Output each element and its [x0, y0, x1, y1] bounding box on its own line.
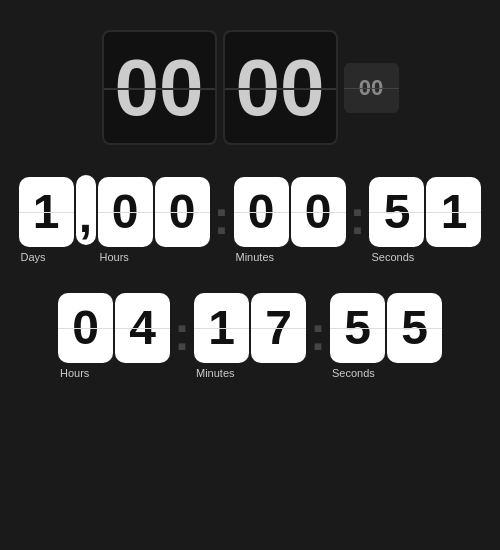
- s3-seconds-digit-1-card: 5: [330, 293, 385, 363]
- colon-1: :: [212, 190, 232, 245]
- hours-label-2: Hours: [58, 367, 89, 379]
- minutes-digit-2: 0: [305, 188, 332, 236]
- seconds-label-2: Seconds: [330, 367, 375, 379]
- seconds-digit-2: 1: [441, 188, 468, 236]
- flip-minutes-digit: 00: [236, 48, 325, 128]
- flip-clock-section: 00 00 00: [102, 30, 399, 145]
- minutes-label-2: Minutes: [194, 367, 235, 379]
- comma-separator: ,: [76, 175, 96, 245]
- flip-hours-digit: 00: [115, 48, 204, 128]
- seconds-wrapper-2: 5 5 Seconds: [330, 293, 442, 379]
- hours-digit-2-card: 0: [155, 177, 210, 247]
- days-label: Days: [19, 251, 46, 263]
- s3-minutes-digit-2-card: 7: [251, 293, 306, 363]
- s3-hours-digit-2-card: 4: [115, 293, 170, 363]
- hours-wrapper-2: 0 4 Hours: [58, 293, 170, 379]
- seconds-wrapper-1: 5 1 Seconds: [369, 177, 481, 263]
- seconds-label-1: Seconds: [369, 251, 414, 263]
- flip-seconds-small-digit: 00: [359, 75, 383, 101]
- flip-card-minutes: 00: [223, 30, 338, 145]
- flip-card-hours: 00: [102, 30, 217, 145]
- colon-3: :: [172, 306, 192, 361]
- s3-hours-digit-1-card: 0: [58, 293, 113, 363]
- hours-digit-1: 0: [112, 188, 139, 236]
- minutes-wrapper-2: 1 7 Minutes: [194, 293, 306, 379]
- s3-seconds-digit-2: 5: [401, 304, 428, 352]
- s3-minutes-digit-2: 7: [265, 304, 292, 352]
- hours-digit-2: 0: [169, 188, 196, 236]
- seconds-digit-2-card: 1: [426, 177, 481, 247]
- minutes-digit-1: 0: [248, 188, 275, 236]
- colon-4: :: [308, 306, 328, 361]
- hours-wrapper-1: 0 0 Hours: [98, 177, 210, 263]
- days-digit: 1: [33, 188, 60, 236]
- minutes-wrapper-1: 0 0 Minutes: [234, 177, 346, 263]
- s3-seconds-digit-1: 5: [344, 304, 371, 352]
- days-card: 1: [19, 177, 74, 247]
- minutes-digit-2-card: 0: [291, 177, 346, 247]
- hours-digit-1-card: 0: [98, 177, 153, 247]
- countdown-section-1: 1 Days , 0 0 Hours : 0 0 Minutes :: [19, 175, 482, 263]
- colon-2: :: [348, 190, 368, 245]
- seconds-digit-1: 5: [384, 188, 411, 236]
- s3-minutes-digit-1: 1: [208, 304, 235, 352]
- flip-card-seconds-small: 00: [344, 63, 399, 113]
- minutes-label-1: Minutes: [234, 251, 275, 263]
- s3-hours-digit-2: 4: [129, 304, 156, 352]
- minutes-digit-1-card: 0: [234, 177, 289, 247]
- days-wrapper: 1 Days: [19, 177, 74, 263]
- countdown-section-2: 0 4 Hours : 1 7 Minutes : 5 5: [58, 293, 442, 379]
- s3-seconds-digit-2-card: 5: [387, 293, 442, 363]
- seconds-digit-1-card: 5: [369, 177, 424, 247]
- hours-label-1: Hours: [98, 251, 129, 263]
- s3-hours-digit-1: 0: [72, 304, 99, 352]
- s3-minutes-digit-1-card: 1: [194, 293, 249, 363]
